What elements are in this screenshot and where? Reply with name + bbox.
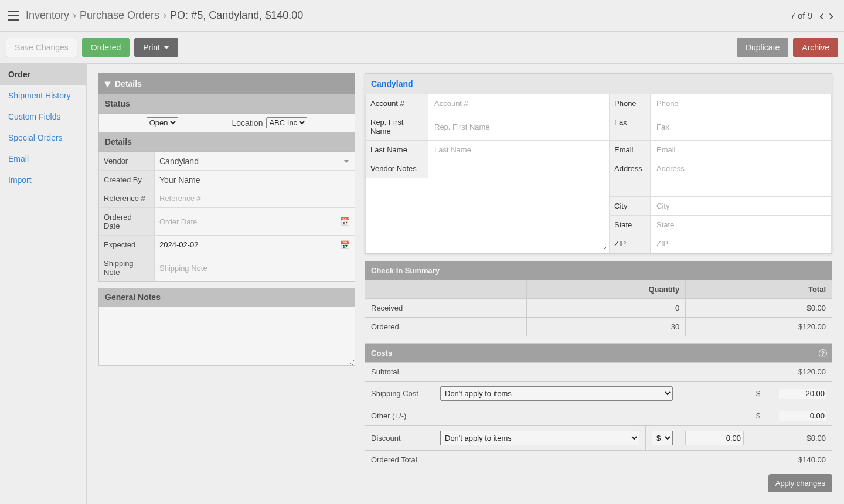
lastname-input[interactable] xyxy=(433,145,604,155)
other-input[interactable] xyxy=(779,411,826,421)
duplicate-button[interactable]: Duplicate xyxy=(737,38,788,57)
state-input[interactable] xyxy=(655,220,826,230)
ordereddate-label: Ordered Date xyxy=(99,208,155,235)
vendor-link[interactable]: Candyland xyxy=(371,79,413,88)
repfirst-input[interactable] xyxy=(433,122,604,132)
orderedtotal-label: Ordered Total xyxy=(365,451,434,469)
shipcost-label: Shipping Cost xyxy=(365,382,434,406)
ordered-total: $120.00 xyxy=(686,318,832,336)
general-notes-textarea[interactable] xyxy=(98,307,355,366)
fax-input[interactable] xyxy=(655,122,826,132)
chevron-down-icon: ▾ xyxy=(105,79,110,89)
details-title: Details xyxy=(115,79,142,88)
fax-label: Fax xyxy=(610,113,651,141)
reference-input[interactable] xyxy=(159,193,350,204)
received-total: $0.00 xyxy=(686,299,832,318)
shipcost-apply-select[interactable]: Don't apply to items xyxy=(440,386,673,401)
currency-label: $ xyxy=(756,389,760,398)
apply-changes-button[interactable]: Apply changes xyxy=(768,474,832,492)
discount-currency-select[interactable]: $ xyxy=(652,431,673,445)
phone-input[interactable] xyxy=(655,98,826,108)
save-changes-button: Save Changes xyxy=(6,38,77,57)
general-notes-header: General Notes xyxy=(98,288,355,307)
chevron-down-icon xyxy=(164,46,169,49)
createdby-label: Created By xyxy=(99,171,155,189)
breadcrumb: Inventory › Purchase Orders › PO: #5, Ca… xyxy=(26,9,303,22)
pager-prev-icon[interactable]: ‹ xyxy=(817,8,826,24)
createdby-value: Your Name xyxy=(155,171,355,189)
email-input[interactable] xyxy=(655,145,826,155)
discount-total: $0.00 xyxy=(750,426,832,451)
location-select[interactable]: ABC Inc xyxy=(266,117,307,128)
account-input[interactable] xyxy=(433,98,604,108)
sidebar-item-shipment-history[interactable]: Shipment History xyxy=(0,85,86,106)
checkin-header: Check In Summary xyxy=(365,261,832,280)
crumb-purchase-orders[interactable]: Purchase Orders xyxy=(80,9,159,22)
other-label: Other (+/-) xyxy=(365,406,434,426)
calendar-icon[interactable]: 📅 xyxy=(340,240,350,250)
subtotal-value: $120.00 xyxy=(750,363,832,382)
expected-input[interactable] xyxy=(159,239,340,250)
shipcost-input[interactable] xyxy=(779,389,826,399)
status-select[interactable]: Open xyxy=(147,117,178,128)
expected-label: Expected xyxy=(99,236,155,254)
sidebar-item-email[interactable]: Email xyxy=(0,148,86,169)
chevron-right-icon: › xyxy=(73,9,76,22)
chevron-right-icon: › xyxy=(163,9,166,22)
city-label: City xyxy=(610,197,651,216)
checkin-col-total: Total xyxy=(686,280,832,299)
zip-label: ZIP xyxy=(610,234,651,253)
sidebar-item-order[interactable]: Order xyxy=(0,64,86,85)
vendor-select[interactable]: Candyland xyxy=(155,152,355,170)
vendor-label: Vendor xyxy=(99,152,155,170)
state-label: State xyxy=(610,216,651,234)
pager-text: 7 of 9 xyxy=(790,11,812,21)
ordered-qty: 30 xyxy=(527,318,686,336)
account-label: Account # xyxy=(365,94,428,113)
address-label: Address xyxy=(610,159,651,178)
menu-icon[interactable] xyxy=(8,11,19,21)
reference-label: Reference # xyxy=(99,189,155,207)
zip-input[interactable] xyxy=(655,239,826,248)
crumb-current: PO: #5, Candyland, $140.00 xyxy=(170,9,303,22)
pager-next-icon[interactable]: › xyxy=(826,8,836,24)
city-input[interactable] xyxy=(655,201,826,211)
ordereddate-input[interactable] xyxy=(159,216,340,227)
print-button[interactable]: Print xyxy=(134,38,178,57)
details-header[interactable]: ▾ Details xyxy=(98,73,355,94)
sidebar-item-import[interactable]: Import xyxy=(0,169,86,190)
checkin-col-qty: Quantity xyxy=(527,280,686,299)
crumb-inventory[interactable]: Inventory xyxy=(26,9,69,22)
repfirst-label: Rep. First Name xyxy=(365,113,428,141)
sidebar-item-custom-fields[interactable]: Custom Fields xyxy=(0,106,86,127)
checkin-empty xyxy=(365,280,527,299)
vendor-notes-textarea[interactable] xyxy=(366,182,609,250)
discount-apply-select[interactable]: Don't apply to items xyxy=(440,431,639,445)
lastname-label: Last Name xyxy=(365,141,428,159)
calendar-icon[interactable]: 📅 xyxy=(340,217,350,226)
archive-button[interactable]: Archive xyxy=(793,38,838,57)
sidebar-item-special-orders[interactable]: Special Orders xyxy=(0,127,86,148)
received-qty: 0 xyxy=(527,299,686,318)
address2-label xyxy=(610,178,651,197)
address2-input[interactable] xyxy=(655,182,826,192)
currency-label: $ xyxy=(756,411,760,420)
discount-label: Discount xyxy=(365,426,434,451)
subtotal-label: Subtotal xyxy=(365,363,434,382)
phone-label: Phone xyxy=(610,94,651,113)
received-label: Received xyxy=(365,299,527,318)
status-header: Status xyxy=(98,94,355,114)
sidebar: Order Shipment History Custom Fields Spe… xyxy=(0,64,87,504)
costs-header: Costs? xyxy=(365,344,832,363)
ordered-button[interactable]: Ordered xyxy=(82,38,130,57)
help-icon[interactable]: ? xyxy=(819,349,827,357)
shipnote-label: Shipping Note xyxy=(99,254,155,281)
orderedtotal-value: $140.00 xyxy=(750,451,832,469)
details-subheader: Details xyxy=(98,132,355,152)
shipnote-input[interactable] xyxy=(159,263,350,274)
location-label: Location xyxy=(232,118,263,128)
discount-amount-input[interactable] xyxy=(685,431,744,445)
ordered-label: Ordered xyxy=(365,318,527,336)
vendornotes-label: Vendor Notes xyxy=(365,159,428,178)
address-input[interactable] xyxy=(655,164,826,173)
